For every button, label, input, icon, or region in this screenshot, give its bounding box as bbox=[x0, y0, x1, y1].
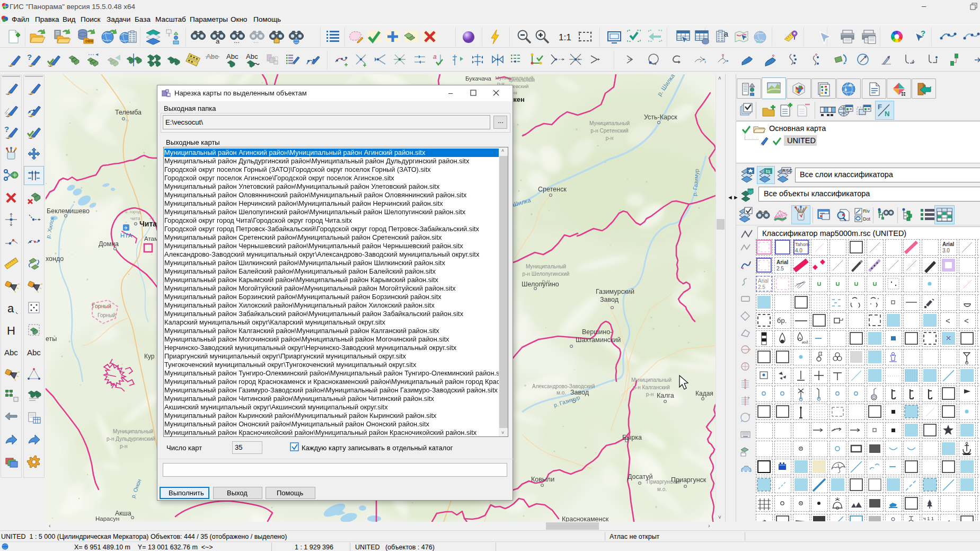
svg-text:Abc: Abc bbox=[4, 348, 18, 357]
svg-text:Телемба: Телемба bbox=[115, 109, 142, 116]
svg-text:RSC: RSC bbox=[782, 168, 793, 173]
svg-text:a: a bbox=[7, 302, 14, 315]
svg-text:Завод: Завод bbox=[570, 389, 589, 396]
svg-text:Муниципальный: Муниципальный bbox=[526, 264, 566, 269]
svg-text:р-н: р-н bbox=[606, 135, 613, 141]
svg-text:Усть-Карск: Усть-Карск bbox=[644, 113, 677, 121]
svg-text:Abc: Abc bbox=[246, 53, 258, 60]
svg-text:м.о.: м.о. bbox=[557, 390, 566, 396]
svg-text:1:1: 1:1 bbox=[559, 32, 571, 42]
svg-text:Шелопугино: Шелопугино bbox=[522, 281, 559, 288]
svg-text:Arial: Arial bbox=[758, 278, 769, 284]
svg-text:р-н Сретенский: р-н Сретенский bbox=[590, 128, 628, 134]
svg-text:р-н Калганский: р-н Калганский bbox=[633, 384, 669, 390]
svg-text:р-н: р-н bbox=[646, 391, 654, 397]
svg-text:a: a bbox=[433, 53, 437, 60]
svg-text:Abc: Abc bbox=[226, 53, 239, 60]
svg-text:вод.: вод. bbox=[802, 340, 809, 344]
svg-text:Муниципальный: Муниципальный bbox=[589, 120, 630, 126]
svg-text:м.о.: м.о. bbox=[657, 486, 667, 492]
svg-text:еты: еты bbox=[46, 335, 57, 343]
svg-text:Кадая: Кадая bbox=[695, 390, 713, 397]
svg-text:<: < bbox=[946, 518, 950, 521]
svg-text:N: N bbox=[885, 110, 889, 118]
svg-text:F: F bbox=[878, 103, 882, 111]
svg-text:ципальный: ципальный bbox=[509, 77, 535, 83]
svg-text:<: < bbox=[946, 316, 950, 325]
svg-text:Riv: Riv bbox=[863, 208, 870, 214]
svg-text:4.0: 4.0 bbox=[795, 248, 802, 253]
svg-text:р-н Дульдургинский: р-н Дульдургинский bbox=[107, 436, 155, 442]
svg-text:...: ... bbox=[253, 37, 259, 45]
svg-text:Tahom: Tahom bbox=[795, 242, 809, 247]
svg-text:Ковыли: Ковыли bbox=[531, 476, 554, 483]
svg-text:Чита: Чита bbox=[139, 220, 157, 228]
svg-text:?: ? bbox=[27, 53, 32, 62]
svg-text:Калга: Калга bbox=[657, 392, 674, 399]
svg-text:Arial: Arial bbox=[942, 241, 954, 247]
svg-text:Горный: Горный bbox=[92, 303, 111, 309]
svg-text:Бырка: Бырка bbox=[622, 434, 642, 441]
svg-text:Завод: Завод bbox=[600, 296, 619, 303]
svg-text:Беклемишево: Беклемишево bbox=[47, 207, 90, 215]
svg-text:р-н: р-н bbox=[120, 443, 127, 449]
svg-text:Abc: Abc bbox=[27, 348, 41, 357]
svg-text:Муниципальный: Муниципальный bbox=[113, 428, 153, 434]
svg-text:a: a bbox=[216, 37, 220, 45]
svg-text:3.0: 3.0 bbox=[942, 248, 950, 253]
svg-text:Букачача: Букачача bbox=[465, 75, 492, 82]
svg-text:Домна: Домна bbox=[99, 240, 119, 248]
svg-text:Краснокаменск: Краснокаменск bbox=[562, 515, 609, 522]
svg-text:?: ? bbox=[4, 125, 9, 134]
svg-text:Вершино-: Вершино- bbox=[582, 328, 612, 336]
svg-text:Dot: Dot bbox=[863, 216, 871, 222]
svg-text:хондо: хондо bbox=[46, 255, 64, 263]
svg-text:a: a bbox=[724, 30, 728, 38]
svg-text:Муниципальный: Муниципальный bbox=[631, 377, 672, 383]
svg-text:?: ? bbox=[921, 29, 925, 38]
svg-text:Атам: Атам bbox=[144, 235, 158, 242]
svg-text:2.5: 2.5 bbox=[758, 284, 765, 290]
svg-text:Нарасун: Нарасун bbox=[95, 515, 119, 522]
svg-text:НТА: НТА bbox=[120, 232, 133, 239]
svg-text:2.5: 2.5 bbox=[776, 266, 784, 272]
svg-text:✈: ✈ bbox=[124, 225, 128, 231]
svg-text:Arial: Arial bbox=[776, 259, 788, 265]
svg-text:р-н Шелопугинский: р-н Шелопугинский bbox=[523, 271, 570, 277]
svg-text:H: H bbox=[7, 324, 15, 337]
svg-text:DBM: DBM bbox=[85, 39, 93, 43]
svg-text:о. город: о. город bbox=[125, 209, 141, 214]
svg-text:Газимурский: Газимурский bbox=[596, 288, 634, 295]
svg-text:Горный: Горный bbox=[98, 312, 116, 318]
svg-text:Приаргунск: Приаргунск bbox=[671, 476, 707, 484]
svg-text:...: ... bbox=[234, 37, 240, 45]
svg-text:Кур: Кур bbox=[144, 353, 155, 360]
svg-text:бр.: бр. bbox=[777, 317, 787, 325]
svg-text:ч 1 1: ч 1 1 bbox=[923, 516, 934, 521]
svg-text:Сретенск: Сретенск bbox=[538, 186, 567, 193]
svg-text:Шахтаминский: Шахтаминский bbox=[576, 336, 621, 344]
svg-text:<: < bbox=[964, 316, 969, 325]
svg-text:ч: ч bbox=[167, 94, 169, 98]
svg-text:чита: чита bbox=[130, 216, 140, 221]
